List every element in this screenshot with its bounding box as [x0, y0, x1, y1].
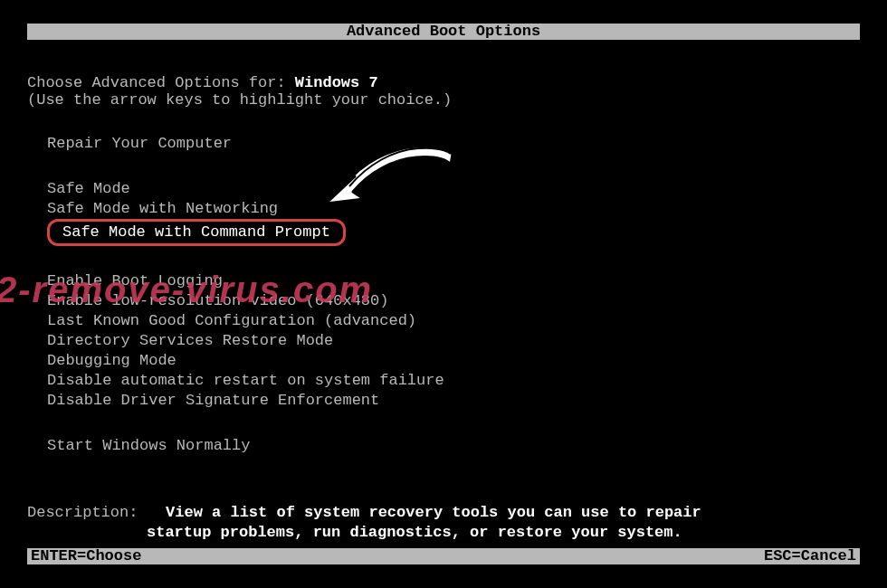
option-start-windows-normally[interactable]: Start Windows Normally	[47, 436, 860, 456]
option-group: Start Windows Normally	[47, 436, 860, 456]
hint-line: (Use the arrow keys to highlight your ch…	[27, 91, 860, 109]
option-disable-auto-restart[interactable]: Disable automatic restart on system fail…	[47, 371, 860, 391]
option-low-res-video[interactable]: Enable low-resolution video (640x480)	[47, 291, 860, 311]
option-directory-services-restore[interactable]: Directory Services Restore Mode	[47, 331, 860, 351]
option-group: Repair Your Computer	[47, 134, 860, 154]
description-block: Description: View a list of system recov…	[27, 503, 860, 543]
option-boot-logging[interactable]: Enable Boot Logging	[47, 271, 860, 291]
title-text: Advanced Boot Options	[347, 23, 540, 40]
choose-line: Choose Advanced Options for: Windows 7	[27, 74, 860, 91]
option-disable-driver-sig[interactable]: Disable Driver Signature Enforcement	[47, 391, 860, 411]
os-name: Windows 7	[295, 74, 378, 91]
main-content: Choose Advanced Options for: Windows 7 (…	[27, 74, 860, 543]
option-repair-your-computer[interactable]: Repair Your Computer	[47, 134, 860, 154]
choose-prefix: Choose Advanced Options for:	[27, 74, 295, 91]
boot-options-list: Repair Your Computer Safe Mode Safe Mode…	[27, 134, 860, 456]
description-label: Description:	[27, 504, 138, 521]
footer-esc: ESC=Cancel	[764, 548, 856, 564]
option-debugging-mode[interactable]: Debugging Mode	[47, 351, 860, 371]
option-safe-mode-networking[interactable]: Safe Mode with Networking	[47, 199, 860, 219]
option-safe-mode-command-prompt[interactable]: Safe Mode with Command Prompt	[47, 219, 346, 246]
footer-bar: ENTER=Choose ESC=Cancel	[27, 548, 860, 564]
description-text-line2: startup problems, run diagnostics, or re…	[27, 523, 860, 543]
footer-enter: ENTER=Choose	[31, 548, 141, 564]
option-group: Safe Mode Safe Mode with Networking Safe…	[47, 179, 860, 246]
option-safe-mode[interactable]: Safe Mode	[47, 179, 860, 199]
option-last-known-good[interactable]: Last Known Good Configuration (advanced)	[47, 311, 860, 331]
option-group: Enable Boot Logging Enable low-resolutio…	[47, 271, 860, 411]
description-text-line1: View a list of system recovery tools you…	[166, 504, 701, 521]
title-bar: Advanced Boot Options	[27, 24, 860, 40]
